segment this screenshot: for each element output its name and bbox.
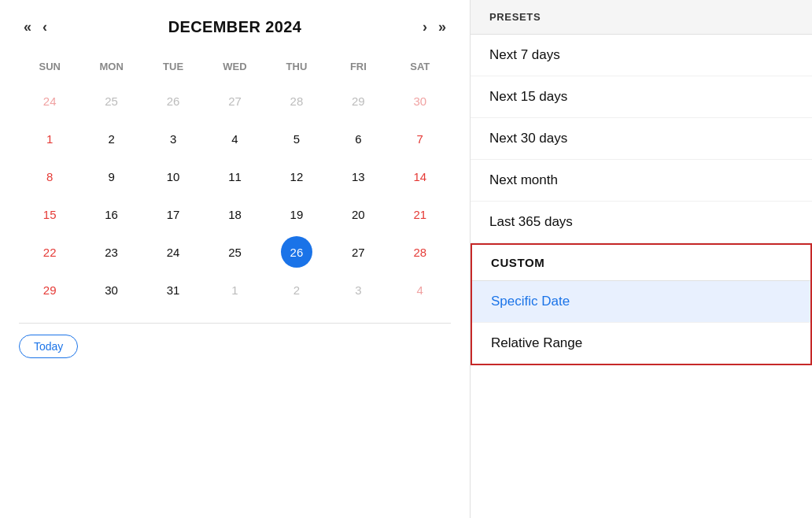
day-header-mon: MON xyxy=(80,54,142,82)
day-cell[interactable]: 9 xyxy=(96,161,127,192)
day-cell[interactable]: 2 xyxy=(281,274,312,305)
day-cell[interactable]: 13 xyxy=(342,161,374,192)
day-cell[interactable]: 27 xyxy=(219,85,250,117)
month-title: DECEMBER 2024 xyxy=(168,18,302,36)
calendar-panel: « ‹ DECEMBER 2024 › » SUNMONTUEWEDTHUFRI… xyxy=(0,0,471,518)
day-cell[interactable]: 25 xyxy=(219,236,250,268)
next-year-button[interactable]: » xyxy=(434,16,451,39)
custom-header: CUSTOM xyxy=(472,245,810,281)
day-cell[interactable]: 23 xyxy=(96,236,127,268)
preset-item-4[interactable]: Last 365 days xyxy=(471,202,812,243)
day-cell[interactable]: 29 xyxy=(342,85,374,117)
day-cell[interactable]: 5 xyxy=(281,123,312,154)
day-header-thu: THU xyxy=(266,54,327,82)
day-cell[interactable]: 2 xyxy=(96,123,127,154)
day-cell[interactable]: 3 xyxy=(342,274,374,305)
prev-year-button[interactable]: « xyxy=(19,16,36,39)
day-cell[interactable]: 25 xyxy=(96,85,127,117)
day-cell[interactable]: 26 xyxy=(157,85,189,117)
day-cell[interactable]: 22 xyxy=(34,236,65,268)
day-cell[interactable]: 28 xyxy=(281,85,312,117)
day-cell[interactable]: 4 xyxy=(404,274,436,305)
day-cell[interactable]: 15 xyxy=(34,198,65,230)
day-cell[interactable]: 17 xyxy=(157,198,189,230)
day-header-sun: SUN xyxy=(19,54,80,82)
day-cell[interactable]: 29 xyxy=(34,274,65,305)
day-cell[interactable]: 18 xyxy=(219,198,250,230)
day-cell[interactable]: 14 xyxy=(404,161,436,192)
day-cell[interactable]: 3 xyxy=(157,123,189,154)
day-cell[interactable]: 19 xyxy=(281,198,312,230)
preset-item-0[interactable]: Next 7 days xyxy=(471,35,812,76)
day-header-tue: TUE xyxy=(142,54,204,82)
day-header-wed: WED xyxy=(204,54,265,82)
day-cell[interactable]: 24 xyxy=(34,85,65,117)
day-cell[interactable]: 1 xyxy=(219,274,250,305)
day-cell[interactable]: 6 xyxy=(342,123,374,154)
prev-month-button[interactable]: ‹ xyxy=(38,16,52,39)
day-cell[interactable]: 12 xyxy=(281,161,312,192)
day-cell[interactable]: 11 xyxy=(219,161,250,192)
presets-header: PRESETS xyxy=(471,0,812,35)
preset-item-1[interactable]: Next 15 days xyxy=(471,76,812,118)
day-cell[interactable]: 30 xyxy=(96,274,127,305)
custom-item-1[interactable]: Relative Range xyxy=(472,322,810,364)
next-month-button[interactable]: › xyxy=(418,16,432,39)
day-cell[interactable]: 28 xyxy=(404,236,436,268)
preset-item-2[interactable]: Next 30 days xyxy=(471,118,812,160)
day-cell[interactable]: 30 xyxy=(404,85,436,117)
day-cell[interactable]: 24 xyxy=(157,236,189,268)
preset-items: Next 7 daysNext 15 daysNext 30 daysNext … xyxy=(471,35,812,243)
preset-item-3[interactable]: Next month xyxy=(471,160,812,202)
day-cell[interactable]: 10 xyxy=(157,161,189,192)
day-cell[interactable]: 7 xyxy=(404,123,436,154)
day-cell[interactable]: 20 xyxy=(342,198,374,230)
calendar-grid: SUNMONTUEWEDTHUFRISAT2425262728293012345… xyxy=(19,54,451,309)
day-header-fri: FRI xyxy=(327,54,389,82)
prev-nav-group: « ‹ xyxy=(19,16,52,39)
next-nav-group: › » xyxy=(418,16,451,39)
day-cell[interactable]: 8 xyxy=(34,161,65,192)
day-cell[interactable]: 27 xyxy=(342,236,374,268)
day-cell[interactable]: 1 xyxy=(34,123,65,154)
custom-items: Specific DateRelative Range xyxy=(472,281,810,364)
custom-section: CUSTOM Specific DateRelative Range xyxy=(471,243,812,365)
presets-panel: PRESETS Next 7 daysNext 15 daysNext 30 d… xyxy=(471,0,812,518)
day-header-sat: SAT xyxy=(389,54,451,82)
day-cell[interactable]: 4 xyxy=(219,123,250,154)
calendar-header: « ‹ DECEMBER 2024 › » xyxy=(19,16,451,39)
calendar-footer: Today xyxy=(19,323,451,358)
today-button[interactable]: Today xyxy=(19,335,78,358)
day-cell[interactable]: 21 xyxy=(404,198,436,230)
custom-item-0[interactable]: Specific Date xyxy=(472,281,810,322)
day-cell[interactable]: 26 xyxy=(281,236,312,268)
day-cell[interactable]: 31 xyxy=(157,274,189,305)
day-cell[interactable]: 16 xyxy=(96,198,127,230)
